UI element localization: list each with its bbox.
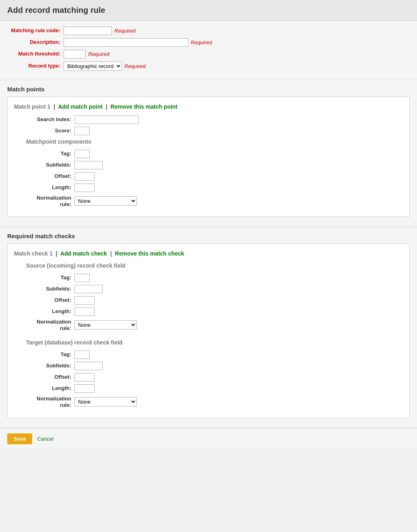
score-label: Score:: [26, 128, 74, 134]
description-label: Description:: [7, 39, 64, 46]
match-threshold-label: Match threshold:: [7, 51, 64, 58]
tgt-offset-row: Offset:: [26, 373, 403, 381]
mp-subfields-input[interactable]: [74, 161, 103, 169]
src-tag-input[interactable]: [74, 274, 90, 282]
match-checks-title: Required match checks: [7, 233, 410, 239]
search-index-label: Search index:: [26, 116, 74, 123]
mp-subfields-row: Subfields:: [26, 161, 403, 169]
remove-match-point-link[interactable]: Remove this match point: [111, 103, 178, 110]
tgt-normalization-row: Normalization rule: None: [26, 396, 403, 408]
add-match-check-link[interactable]: Add match check: [60, 250, 107, 257]
record-type-select[interactable]: Bibliographic record Authority record: [64, 62, 122, 71]
src-tag-label: Tag:: [26, 274, 74, 281]
separator-2: |: [106, 103, 107, 110]
main-form-section: Matching rule code: Required Description…: [0, 21, 417, 80]
src-offset-row: Offset:: [26, 296, 403, 305]
search-index-row: Search index:: [26, 115, 403, 124]
source-check-form: Source (incoming) record check field Tag…: [26, 262, 403, 331]
tgt-length-input[interactable]: [74, 384, 95, 393]
tgt-offset-input[interactable]: [74, 373, 95, 381]
match-check-card: Match check 1 | Add match check | Remove…: [7, 243, 410, 418]
record-type-label: Record type:: [7, 63, 64, 70]
match-check-card-header: Match check 1 | Add match check | Remove…: [14, 250, 403, 257]
mp-length-label: Length:: [26, 184, 74, 191]
match-threshold-input[interactable]: [64, 50, 86, 58]
src-length-label: Length:: [26, 308, 74, 315]
match-threshold-row: Match threshold: Required: [7, 50, 410, 58]
mp-normalization-select[interactable]: None: [74, 196, 137, 206]
tgt-subfields-label: Subfields:: [26, 363, 74, 369]
matching-rule-code-label: Matching rule code:: [7, 27, 64, 34]
target-check-form: Target (database) record check field Tag…: [26, 339, 403, 408]
bottom-bar: Save Cancel: [0, 428, 417, 449]
tgt-length-label: Length:: [26, 385, 74, 392]
match-point-card-header: Match point 1 | Add match point | Remove…: [14, 103, 403, 110]
src-subfields-row: Subfields:: [26, 285, 403, 293]
record-type-row: Record type: Bibliographic record Author…: [7, 62, 410, 71]
src-length-row: Length:: [26, 307, 403, 316]
tgt-offset-label: Offset:: [26, 374, 74, 381]
description-required: Required: [191, 39, 212, 45]
mp-subfields-label: Subfields:: [26, 162, 74, 169]
match-checks-section: Required match checks Match check 1 | Ad…: [0, 227, 417, 428]
matching-rule-code-input[interactable]: [64, 27, 112, 35]
src-subfields-label: Subfields:: [26, 286, 74, 293]
record-type-required: Required: [124, 63, 146, 69]
mp-tag-input[interactable]: [74, 150, 90, 158]
matching-rule-code-required: Required: [114, 28, 136, 34]
tgt-normalization-select[interactable]: None: [74, 397, 137, 406]
remove-match-check-link[interactable]: Remove this match check: [115, 250, 184, 257]
src-offset-input[interactable]: [74, 296, 95, 305]
page-title: Add record matching rule: [0, 0, 417, 21]
score-row: Score:: [26, 127, 403, 135]
src-subfields-input[interactable]: [74, 285, 103, 293]
mp-offset-input[interactable]: [74, 172, 95, 181]
tgt-length-row: Length:: [26, 384, 403, 393]
search-index-input[interactable]: [74, 115, 139, 124]
mp-tag-label: Tag:: [26, 151, 74, 157]
match-check-prefix: Match check 1: [14, 250, 53, 257]
mp-normalization-row: Normalization rule: None: [26, 195, 403, 207]
source-title: Source (incoming) record check field: [26, 262, 403, 269]
matchpoint-components-title: Matchpoint components: [26, 138, 403, 145]
src-normalization-label: Normalization rule:: [26, 319, 74, 331]
match-points-title: Match points: [7, 86, 410, 93]
tgt-tag-input[interactable]: [74, 351, 90, 359]
src-normalization-row: Normalization rule: None: [26, 319, 403, 331]
src-offset-label: Offset:: [26, 297, 74, 304]
tgt-tag-label: Tag:: [26, 351, 74, 358]
mp-length-input[interactable]: [74, 184, 95, 192]
src-length-input[interactable]: [74, 307, 95, 316]
mc-separator-1: |: [56, 250, 58, 257]
mp-tag-row: Tag:: [26, 150, 403, 158]
match-point-form: Search index: Score: Matchpoint componen…: [26, 115, 403, 207]
mc-separator-2: |: [110, 250, 112, 257]
match-point-prefix: Match point 1: [14, 103, 50, 110]
cancel-button[interactable]: Cancel: [37, 436, 53, 442]
save-button[interactable]: Save: [7, 433, 32, 444]
description-row: Description: Required: [7, 38, 410, 47]
description-input[interactable]: [64, 38, 188, 47]
separator-1: |: [54, 103, 55, 110]
match-point-card: Match point 1 | Add match point | Remove…: [7, 97, 410, 217]
match-points-section: Match points Match point 1 | Add match p…: [0, 80, 417, 227]
matching-rule-code-row: Matching rule code: Required: [7, 27, 410, 35]
tgt-subfields-input[interactable]: [74, 362, 103, 370]
src-tag-row: Tag:: [26, 274, 403, 282]
add-match-point-link[interactable]: Add match point: [58, 103, 102, 110]
tgt-normalization-label: Normalization rule:: [26, 396, 74, 408]
mp-normalization-label: Normalization rule:: [26, 195, 74, 207]
score-input[interactable]: [74, 127, 90, 135]
mp-offset-label: Offset:: [26, 173, 74, 180]
mp-length-row: Length:: [26, 184, 403, 192]
target-title: Target (database) record check field: [26, 339, 403, 346]
tgt-tag-row: Tag:: [26, 351, 403, 359]
tgt-subfields-row: Subfields:: [26, 362, 403, 370]
src-normalization-select[interactable]: None: [74, 320, 137, 330]
mp-offset-row: Offset:: [26, 172, 403, 181]
match-threshold-required: Required: [88, 51, 109, 57]
